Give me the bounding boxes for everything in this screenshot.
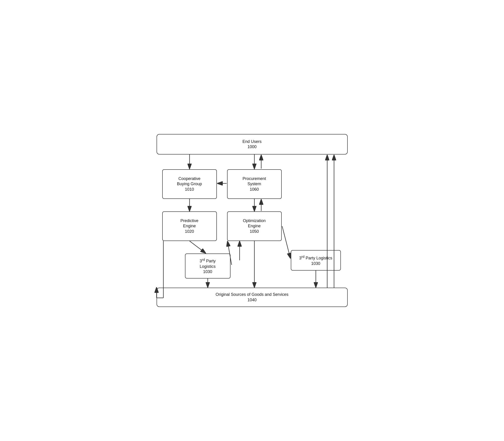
logistics-left-label: 3rd PartyLogistics <box>200 257 216 269</box>
procurement-box: ProcurementSystem 1060 <box>227 169 282 199</box>
optimization-box: OptimizationEngine 1050 <box>227 211 282 241</box>
sources-label: Original Sources of Goods and Services <box>216 292 288 297</box>
predictive-label: PredictiveEngine <box>180 218 198 229</box>
end-users-label: End Users <box>242 139 261 144</box>
logistics-left-id: 1030 <box>203 269 212 274</box>
svg-line-16 <box>282 226 290 258</box>
cooperative-id: 1010 <box>185 187 194 192</box>
svg-line-6 <box>189 241 205 253</box>
predictive-engine-box: PredictiveEngine 1020 <box>162 211 217 241</box>
end-users-id: 1000 <box>247 144 256 150</box>
logistics-left-box: 3rd PartyLogistics 1030 <box>185 253 231 279</box>
sources-box: Original Sources of Goods and Services 1… <box>157 288 348 307</box>
procurement-label: ProcurementSystem <box>243 176 266 187</box>
predictive-id: 1020 <box>185 229 194 234</box>
cooperative-label: CooperativeBuying Group <box>177 176 202 187</box>
cooperative-box: CooperativeBuying Group 1010 <box>162 169 217 199</box>
diagram-container: End Users 1000 CooperativeBuying Group 1… <box>150 129 355 312</box>
optimization-label: OptimizationEngine <box>243 218 266 229</box>
sources-id: 1040 <box>247 298 256 303</box>
logistics-right-id: 1030 <box>311 261 320 266</box>
logistics-right-label: 3rd Party Logistics <box>299 254 332 261</box>
logistics-right-box: 3rd Party Logistics 1030 <box>291 250 341 270</box>
procurement-id: 1060 <box>250 187 259 192</box>
optimization-id: 1050 <box>250 229 259 234</box>
end-users-box: End Users 1000 <box>157 134 348 155</box>
